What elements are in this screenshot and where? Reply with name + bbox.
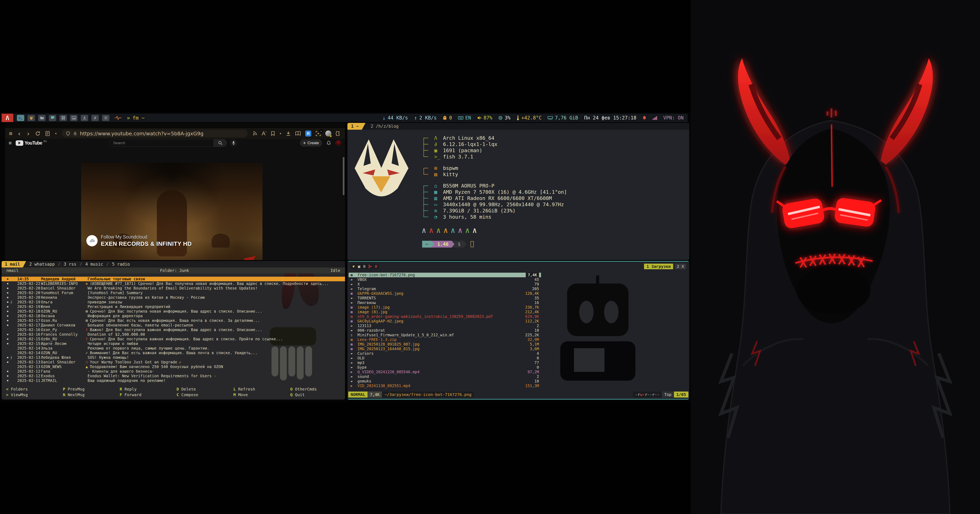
help-entry[interactable]: QQuit [286, 393, 343, 397]
temperature-module[interactable]: +42.8°C [517, 115, 542, 121]
mail-row[interactable]: 2025-02-16 Ozon_Py !Важно! Для Вас посту… [2, 328, 345, 332]
mail-row[interactable]: ● 2025-02-13 Daniel Shnaider ❒Your Warmy… [2, 360, 345, 364]
clock-module[interactable]: Пн 24 фев 15:27:18 [584, 115, 636, 121]
toolbar-caret-icon[interactable]: ▾ [55, 132, 57, 135]
help-entry[interactable]: MMove [229, 393, 286, 397]
profile-icon[interactable] [325, 130, 331, 137]
mail-row[interactable]: ● 2025-02-17 Ozon.Ru ⊠Срочно! Для Вас ес… [2, 318, 345, 323]
mail-row[interactable]: ● 2025-02-15 Идите Лесом Четыре истории … [2, 341, 345, 346]
sidebar-reader-icon[interactable] [45, 131, 50, 136]
fm-tab-2[interactable]: 2 X [675, 264, 686, 269]
help-entry[interactable]: LRefresh [229, 387, 286, 391]
mail-tab[interactable]: 5 radio [103, 262, 130, 267]
browser-scrollbar[interactable] [343, 157, 344, 195]
avatar[interactable] [336, 140, 341, 146]
search-input[interactable]: Search [109, 139, 214, 146]
signal-module[interactable] [652, 116, 657, 120]
create-button[interactable]: + Create [300, 139, 322, 146]
help-entry[interactable]: >ViewMsg [2, 393, 59, 397]
fm-file-row[interactable]: ▦ IMG_20250128_091825_007.jpg 5,1M [348, 342, 541, 347]
bookmark-caret-icon[interactable]: ▾ [279, 132, 282, 135]
close-badge-icon[interactable]: ✕ [319, 129, 323, 133]
fm-file-row[interactable]: ▰ Пингвины 16 [348, 300, 541, 305]
reload-icon[interactable] [35, 131, 40, 136]
mail-row[interactable]: ● ∮ 2025-02-19 Ольга приведем заказы [2, 300, 345, 304]
fm-file-row[interactable]: ▰ TORRENTS 35 [348, 296, 541, 300]
workspace-files-icon[interactable] [38, 115, 46, 121]
fm-file-row[interactable]: ▶ Q_VIDEO_20241220_085546.mp4 97,2M [348, 370, 541, 374]
mail-row[interactable]: 2025-02-14 OZON_RU ✓Внимание! Для Вас ес… [2, 350, 345, 355]
mail-row[interactable]: ● 2025-02-18 Оксана Инфориация для дирек… [2, 313, 345, 318]
shield-icon[interactable] [66, 131, 70, 136]
fm-file-row[interactable]: ▰ X 79 [348, 282, 541, 286]
help-entry[interactable]: OOtherCmds [286, 387, 343, 391]
arch-logo-icon[interactable]: Λ [2, 114, 13, 122]
help-entry[interactable]: <Folders [2, 387, 59, 391]
help-entry[interactable]: FForward [115, 393, 172, 397]
workspace-downloads-icon[interactable] [81, 115, 88, 121]
fm-file-row[interactable]: ▦ free-icon-bot-7167276.png 7,4K [348, 273, 541, 277]
url-bar[interactable]: https://www.youtube.com/watch?v=5b8A-jgx… [62, 129, 248, 137]
workspace-firefox-icon[interactable] [27, 115, 35, 121]
memory-module[interactable]: 7,76 GiB [547, 115, 578, 121]
translate-icon[interactable]: A* [262, 131, 266, 136]
volume-module[interactable]: 87% [477, 115, 492, 121]
help-entry[interactable]: RReply [115, 387, 172, 391]
net-down-module[interactable]: ↓ 44 KB/s [382, 115, 408, 121]
workspace-gallery-icon[interactable] [70, 115, 78, 121]
mail-row[interactable]: ● 2025-02-12 Exodus Exodus Wallet: New V… [2, 374, 345, 378]
shell-prompt[interactable]: ~ 1.46 $ [422, 241, 689, 248]
terminal-tab-active[interactable]: 1 ~ [347, 123, 366, 130]
puzzle-extensions-icon[interactable] [336, 131, 341, 136]
notifications-bell-icon[interactable] [326, 140, 331, 145]
workspace-notes-icon[interactable] [102, 115, 110, 121]
back-icon[interactable]: ‹ [17, 130, 21, 137]
fm-file-row[interactable]: ▰ mp3 77 [348, 360, 541, 365]
fm-file-row[interactable]: ▰ 123113 2 [348, 323, 541, 328]
mail-row[interactable]: ● 2025-02-18 OZON_RU ⊠Срочно! Для Вас по… [2, 309, 345, 313]
workspace-chat-icon[interactable] [49, 115, 56, 121]
fm-file-row[interactable]: ▰ Telegram 205 [348, 286, 541, 291]
mail-row[interactable]: ● 2025-02-16 Frances Connolly Donation o… [2, 332, 345, 337]
fm-file-row[interactable]: ▶ VID_20241130_092551.mp4 151,3M [348, 384, 541, 388]
fm-file-row[interactable]: ▯ MiniFuse1_Firmware_Update_1_5_0_212_wi… [348, 333, 541, 337]
workspace-windows-icon[interactable] [59, 115, 67, 121]
bookmark-icon[interactable] [271, 131, 275, 136]
fm-file-row[interactable]: ▦ image (8).jpg 212,4K [348, 310, 541, 314]
help-entry[interactable]: NNextMsg [59, 393, 115, 397]
mail-tab[interactable]: 4 music [76, 262, 103, 267]
help-entry[interactable]: CCompose [172, 393, 229, 397]
mail-row[interactable]: ● 2025-02-15 Oz0n_RU !Срочно! Для Вас по… [2, 337, 345, 341]
terminal-tab-2[interactable]: 2 /h/z/blog [366, 123, 404, 130]
fm-file-row[interactable]: ▰ Cursors 4 [348, 351, 541, 356]
workspace-misc-icon[interactable]: # [91, 115, 99, 121]
workspace-terminal-icon[interactable]: >_ [17, 115, 24, 121]
fm-file-row[interactable]: ▦ GkFPR-GXUAACWSS.jpeg 128,4K [348, 291, 541, 296]
mail-row[interactable]: 2025-02-13 OZON_NEWS ▲Поздравляем! Вам н… [2, 364, 345, 369]
fm-file-row[interactable]: ▨ Lens-FREE-1.3.zip 32,9M [348, 337, 541, 342]
fm-file-row[interactable]: ▰ Буря 0 [348, 365, 541, 370]
fm-file-row[interactable]: ▰ VBOX 45 [348, 277, 541, 282]
fm-file-row[interactable]: ▰ sound 2 [348, 374, 541, 379]
fm-file-row[interactable]: ▦ IMG_20250123_164440_015.jpg 3,6M [348, 347, 541, 351]
bell-module[interactable] [643, 116, 646, 120]
mail-row[interactable]: ● 2025-02-12 Гала · Клиенты для вашего б… [2, 369, 345, 374]
youtube-logo[interactable]: YouTube RU [16, 140, 47, 146]
video-player[interactable]: Follow My Soundcloud EXEN RECORDS & INFI… [81, 163, 262, 260]
mail-tab[interactable]: 2 whatsapp [29, 262, 55, 267]
menu-hamburger-icon[interactable]: ≡ [9, 131, 13, 136]
mail-row[interactable]: ● 2025-02-20 Неонила Экспресс-доставка г… [2, 295, 345, 300]
screenshot-icon[interactable]: ✕ [316, 131, 321, 136]
browser-tab-strip[interactable] [5, 123, 345, 128]
mail-row[interactable]: ● 14:35 Медведев Андрей Глобальные торго… [2, 277, 345, 281]
youtube-hamburger-icon[interactable]: ≡ [9, 140, 12, 146]
mail-row[interactable]: ● 2025-02-20 Daniel Shnaider We Are Brea… [2, 286, 345, 291]
reader-book-icon[interactable] [295, 131, 301, 136]
mail-row[interactable]: ● 2025-02-22 WILDBERRIES-INFO ❖(ИЗВЕЩЕНИ… [2, 281, 345, 286]
net-up-module[interactable]: ↑ 2 KB/s [414, 115, 437, 121]
help-entry[interactable]: DDelete [172, 387, 229, 391]
search-button[interactable] [214, 139, 227, 147]
mail-row[interactable]: 2025-02-14 Эльза Реклама от первого лица… [2, 346, 345, 350]
keyboard-layout-module[interactable]: EN [458, 115, 471, 121]
fm-file-row[interactable]: ▤ oth_A_ardor-gaming-wakizashi_instrukci… [348, 314, 541, 319]
